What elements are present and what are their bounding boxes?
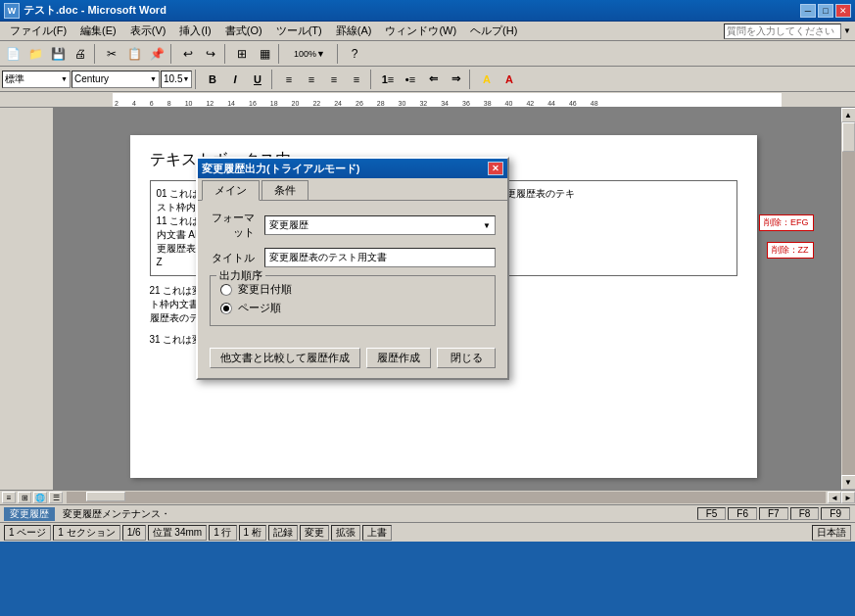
columns-button[interactable]: ▦ <box>254 43 275 65</box>
menu-tools[interactable]: ツール(T) <box>270 23 328 39</box>
toolbar-formatting: 標準 ▼ Century ▼ 10.5 ▼ B I U ≡ ≡ ≡ ≡ 1≡ •… <box>0 67 855 92</box>
horizontal-scrollbar: ≡ ⊞ 🌐 ☰ ◄ ► <box>0 490 855 504</box>
save-button[interactable]: 💾 <box>47 43 69 65</box>
ruler-mark: 46 <box>569 100 577 107</box>
close-button-modal[interactable]: 閉じる <box>437 348 496 368</box>
bullet-button[interactable]: •≡ <box>400 69 421 90</box>
style-dropdown-icon[interactable]: ▼ <box>61 75 68 82</box>
paste-button[interactable]: 📌 <box>146 43 167 65</box>
close-button[interactable]: ✕ <box>835 4 851 18</box>
menu-table[interactable]: 罫線(A) <box>330 23 378 39</box>
new-button[interactable]: 📄 <box>2 43 24 65</box>
modal-dialog: 変更履歴出力(トライアルモード) ✕ メイン 条件 フォーマット 変更履歴 ▼ <box>196 157 509 380</box>
ruler-mark: 2 <box>115 100 119 107</box>
chevron-down-icon[interactable]: ▼ <box>843 26 851 35</box>
cut-button[interactable]: ✂ <box>101 43 122 65</box>
undo-button[interactable]: ↩ <box>177 43 199 65</box>
maximize-button[interactable]: □ <box>818 4 833 18</box>
zoom-button[interactable]: 100%▼ <box>285 43 334 65</box>
compare-button[interactable]: 他文書と比較して履歴作成 <box>210 348 360 368</box>
bold-button[interactable]: B <box>202 69 223 90</box>
create-button[interactable]: 履歴作成 <box>366 348 431 368</box>
ruler-mark: 38 <box>484 100 492 107</box>
layout-view-button[interactable]: ⊞ <box>18 492 31 503</box>
status-ext: 拡張 <box>331 525 360 541</box>
menu-insert[interactable]: 挿入(I) <box>173 23 216 39</box>
table-button[interactable]: ⊞ <box>231 43 253 65</box>
scroll-right-button[interactable]: ► <box>841 492 855 503</box>
justify-button[interactable]: ≡ <box>346 69 367 90</box>
menu-view[interactable]: 表示(V) <box>124 23 172 39</box>
tab-condition[interactable]: 条件 <box>261 180 309 200</box>
search-input[interactable] <box>724 24 841 39</box>
font-selector[interactable]: Century ▼ <box>71 71 160 88</box>
menu-edit[interactable]: 編集(E) <box>74 23 122 39</box>
radio-page-button[interactable] <box>220 303 232 314</box>
help-button[interactable]: ? <box>344 43 365 65</box>
bottom-f6[interactable]: F6 <box>728 507 757 520</box>
bottom-f7[interactable]: F7 <box>759 507 788 520</box>
status-row: 1 行 <box>209 525 236 541</box>
fmt-sep1 <box>195 70 199 89</box>
font-dropdown-icon[interactable]: ▼ <box>150 75 157 82</box>
web-view-button[interactable]: 🌐 <box>33 492 47 503</box>
modal-title-bar: 変更履歴出力(トライアルモード) ✕ <box>198 159 507 178</box>
separator3 <box>224 44 228 64</box>
menu-help[interactable]: ヘルプ(H) <box>464 23 523 39</box>
scroll-left-button[interactable]: ◄ <box>828 492 841 503</box>
title-input[interactable]: 変更履歴表のテスト用文書 <box>264 248 496 267</box>
radio-date-order[interactable]: 変更日付順 <box>220 282 485 297</box>
font-color-button[interactable]: A <box>499 69 520 90</box>
size-dropdown-icon[interactable]: ▼ <box>182 75 189 82</box>
modal-tabs: メイン 条件 <box>198 178 507 201</box>
redo-button[interactable]: ↪ <box>200 43 221 65</box>
modal-body: フォーマット 変更履歴 ▼ タイトル 変更履歴表のテスト用文書 <box>198 201 507 344</box>
bottom-item-maintenance[interactable]: 変更履歴メンテナンス・ <box>55 507 178 521</box>
outline-view-button[interactable]: ☰ <box>49 492 63 503</box>
status-page: 1 ページ <box>4 525 51 541</box>
title-label: タイトル <box>210 251 259 265</box>
ruler-mark: 28 <box>377 100 385 107</box>
ruler-mark: 12 <box>206 100 214 107</box>
format-selector[interactable]: 変更履歴 ▼ <box>264 215 496 235</box>
status-col: 1 桁 <box>239 525 266 541</box>
menu-window[interactable]: ウィンドウ(W) <box>379 23 462 39</box>
bottom-f8[interactable]: F8 <box>790 507 820 520</box>
align-center-button[interactable]: ≡ <box>301 69 322 90</box>
copy-button[interactable]: 📋 <box>123 43 145 65</box>
menu-file[interactable]: ファイル(F) <box>4 23 72 39</box>
ruler-mark: 8 <box>167 100 171 107</box>
h-scroll-thumb[interactable] <box>86 492 125 501</box>
bottom-f9[interactable]: F9 <box>821 507 850 520</box>
bottom-f5[interactable]: F5 <box>697 507 727 520</box>
menu-format[interactable]: 書式(O) <box>219 23 268 39</box>
align-left-button[interactable]: ≡ <box>278 69 300 90</box>
status-section: 1 セクション <box>53 525 119 541</box>
minimize-button[interactable]: ─ <box>800 4 816 18</box>
ruler-inner: 2 4 6 8 10 12 14 16 18 20 22 24 26 28 30… <box>113 93 782 107</box>
ruler-mark: 42 <box>526 100 534 107</box>
ruler-mark: 14 <box>227 100 235 107</box>
size-value: 10.5 <box>164 73 182 84</box>
tab-main[interactable]: メイン <box>202 180 260 201</box>
font-size-selector[interactable]: 10.5 ▼ <box>161 71 192 88</box>
indent-decrease-button[interactable]: ⇐ <box>422 69 444 90</box>
h-scroll-track[interactable] <box>67 492 826 503</box>
status-bar: 1 ページ 1 セクション 1/6 位置 34mm 1 行 1 桁 記録 変更 … <box>0 522 855 542</box>
normal-view-button[interactable]: ≡ <box>2 492 16 503</box>
bottom-item-history[interactable]: 変更履歴 <box>4 507 55 521</box>
radio-date-button[interactable] <box>220 284 232 296</box>
radio-page-order[interactable]: ページ順 <box>220 301 485 315</box>
format-dropdown-icon[interactable]: ▼ <box>483 221 491 230</box>
italic-button[interactable]: I <box>224 69 246 90</box>
modal-close-button[interactable]: ✕ <box>488 162 503 175</box>
numbering-button[interactable]: 1≡ <box>377 69 399 90</box>
align-right-button[interactable]: ≡ <box>323 69 345 90</box>
modal-footer: 他文書と比較して履歴作成 履歴作成 閉じる <box>198 344 507 378</box>
open-button[interactable]: 📁 <box>24 43 46 65</box>
highlight-button[interactable]: A <box>476 69 498 90</box>
underline-button[interactable]: U <box>247 69 268 90</box>
print-button[interactable]: 🖨 <box>70 43 91 65</box>
style-selector[interactable]: 標準 ▼ <box>2 71 71 88</box>
indent-increase-button[interactable]: ⇒ <box>445 69 466 90</box>
